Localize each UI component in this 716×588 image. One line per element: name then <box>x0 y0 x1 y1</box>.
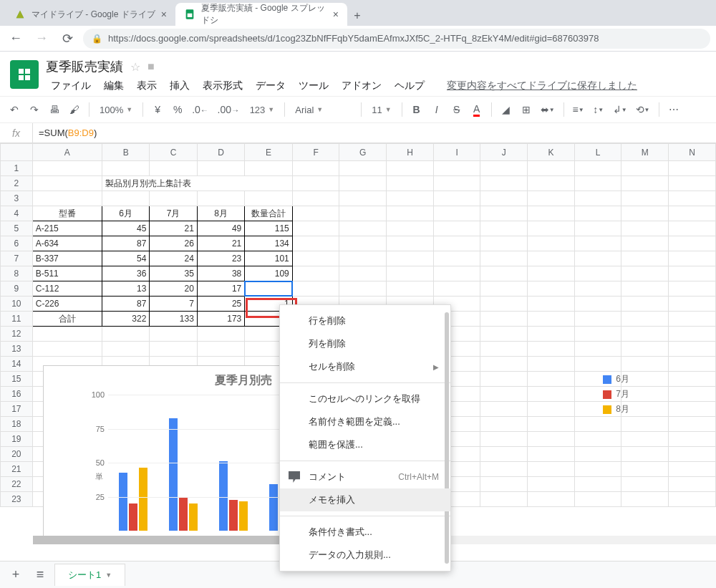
cell[interactable] <box>480 327 528 342</box>
cell[interactable] <box>197 191 244 206</box>
cell[interactable]: 322 <box>102 312 149 327</box>
cell[interactable] <box>574 191 621 206</box>
cell[interactable] <box>433 236 480 251</box>
cell[interactable] <box>292 221 339 236</box>
cell[interactable] <box>480 221 528 236</box>
cell[interactable]: 45 <box>102 221 149 236</box>
cell[interactable] <box>480 206 528 221</box>
cell[interactable]: 20 <box>150 281 197 297</box>
cell[interactable] <box>669 266 716 281</box>
cell[interactable] <box>528 372 575 387</box>
cell[interactable] <box>387 221 434 236</box>
cell[interactable] <box>574 176 621 191</box>
formula-input[interactable]: =SUM(B9:D9) <box>33 127 716 138</box>
cell[interactable] <box>433 176 480 191</box>
cell[interactable] <box>480 176 528 191</box>
cell[interactable] <box>528 357 575 372</box>
cell[interactable] <box>669 387 716 402</box>
cell[interactable] <box>528 297 575 312</box>
column-header[interactable]: N <box>669 144 716 161</box>
cell[interactable] <box>574 447 621 462</box>
column-header[interactable]: E <box>245 144 292 161</box>
cell[interactable] <box>292 191 339 206</box>
cell[interactable] <box>621 191 669 206</box>
sheets-logo-icon[interactable] <box>10 60 39 89</box>
row-header[interactable]: 9 <box>1 281 33 297</box>
cell[interactable] <box>669 236 716 251</box>
cell[interactable] <box>480 281 528 297</box>
row-header[interactable]: 3 <box>1 191 33 206</box>
cell[interactable] <box>387 206 434 221</box>
cell[interactable] <box>621 281 669 297</box>
h-align-button[interactable]: ≡▼ <box>570 100 587 119</box>
cell[interactable]: B-337 <box>32 251 102 266</box>
strikethrough-button[interactable]: S <box>448 100 465 119</box>
cell[interactable] <box>528 176 575 191</box>
menu-data[interactable]: データ <box>251 78 291 94</box>
menu-addons[interactable]: アドオン <box>337 78 387 94</box>
cell[interactable] <box>621 357 669 372</box>
wrap-button[interactable]: ↲▼ <box>610 100 630 119</box>
row-header[interactable]: 10 <box>1 297 33 312</box>
cell[interactable] <box>669 447 716 462</box>
column-header[interactable]: D <box>197 144 244 161</box>
increase-decimal-button[interactable]: .00→ <box>215 100 243 119</box>
cell[interactable] <box>621 462 669 477</box>
cell[interactable]: 54 <box>102 251 149 266</box>
cell[interactable] <box>528 251 575 266</box>
cell[interactable] <box>528 236 575 251</box>
cell[interactable] <box>480 402 528 417</box>
cell[interactable] <box>528 281 575 297</box>
row-header[interactable]: 13 <box>1 342 33 357</box>
context-menu-item[interactable]: このセルへのリンクを取得 <box>280 387 450 410</box>
cell[interactable] <box>528 447 575 462</box>
context-menu-item[interactable]: 条件付き書式... <box>280 521 450 544</box>
cell[interactable] <box>433 221 480 236</box>
cell[interactable] <box>621 327 669 342</box>
rotate-button[interactable]: ⟲▼ <box>633 100 653 119</box>
cell[interactable] <box>528 206 575 221</box>
context-menu-item[interactable]: 名前付き範囲を定義... <box>280 410 450 433</box>
v-align-button[interactable]: ↕▼ <box>590 100 607 119</box>
cell[interactable] <box>32 176 102 191</box>
menu-file[interactable]: ファイル <box>46 78 96 94</box>
borders-button[interactable]: ⊞ <box>518 100 535 119</box>
cell[interactable] <box>574 161 621 176</box>
url-input[interactable]: 🔒 https://docs.google.com/spreadsheets/d… <box>83 29 710 49</box>
cell[interactable]: 21 <box>150 221 197 236</box>
cell[interactable] <box>669 251 716 266</box>
column-header[interactable]: G <box>339 144 387 161</box>
folder-icon[interactable]: ■ <box>147 60 155 73</box>
cell[interactable] <box>528 342 575 357</box>
cell[interactable] <box>32 327 102 342</box>
cell[interactable] <box>387 266 434 281</box>
column-header[interactable]: L <box>574 144 621 161</box>
cell[interactable]: C-112 <box>32 281 102 297</box>
cell[interactable]: 36 <box>102 266 149 281</box>
cell[interactable] <box>387 176 434 191</box>
cell[interactable] <box>387 281 434 297</box>
text-color-button[interactable]: A <box>468 100 485 119</box>
cell[interactable] <box>292 206 339 221</box>
close-icon[interactable]: × <box>161 9 167 20</box>
row-header[interactable]: 8 <box>1 266 33 281</box>
cell[interactable] <box>480 191 528 206</box>
new-tab-button[interactable]: + <box>347 6 367 26</box>
cell[interactable] <box>669 342 716 357</box>
cell[interactable] <box>669 312 716 327</box>
context-menu-item[interactable]: 列を削除 <box>280 332 450 355</box>
cell[interactable]: 38 <box>197 266 244 281</box>
cell[interactable] <box>574 462 621 477</box>
row-header[interactable]: 1 <box>1 161 33 176</box>
sheet-tab[interactable]: シート1▼ <box>54 564 125 586</box>
cell[interactable] <box>528 221 575 236</box>
cell[interactable] <box>433 266 480 281</box>
cell[interactable]: 型番 <box>32 206 102 221</box>
cell[interactable] <box>480 372 528 387</box>
redo-button[interactable]: ↷ <box>26 100 43 119</box>
cell[interactable] <box>480 266 528 281</box>
cell[interactable] <box>621 221 669 236</box>
cell[interactable] <box>197 342 244 357</box>
menu-insert[interactable]: 挿入 <box>165 78 195 94</box>
context-menu-item[interactable]: コメントCtrl+Alt+M <box>280 466 450 488</box>
